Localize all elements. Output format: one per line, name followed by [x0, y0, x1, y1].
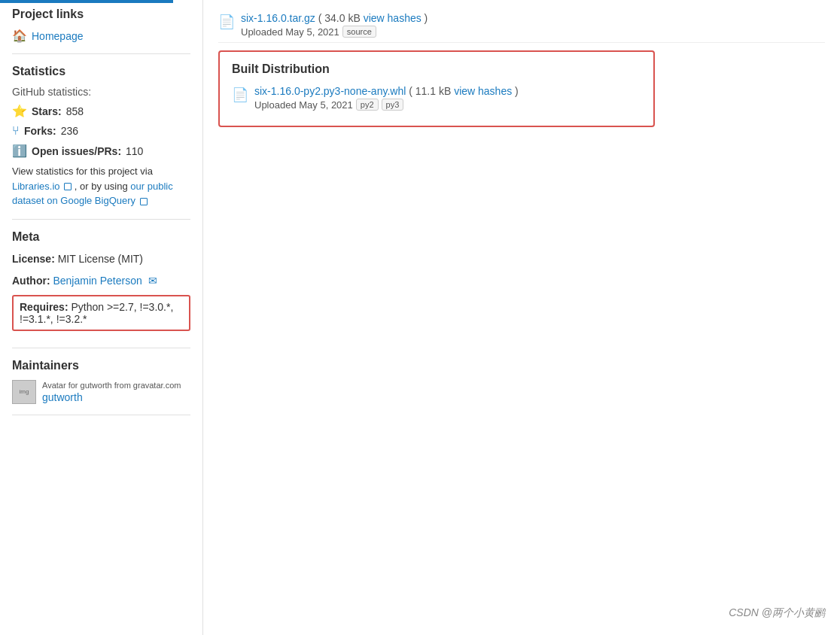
- maintainers-title: Maintainers: [12, 359, 190, 372]
- license-item: License: MIT License (MIT): [12, 251, 190, 267]
- prior-file-details: six-1.16.0.tar.gz ( 34.0 kB view hashes …: [241, 12, 825, 38]
- maintainers-section: Maintainers img Avatar for gutworth from…: [12, 359, 190, 404]
- built-distribution-box: Built Distribution 📄 six-1.16.0-py2.py3-…: [218, 50, 655, 127]
- divider-1: [12, 53, 190, 54]
- whl-file-details: six-1.16.0-py2.py3-none-any.whl ( 11.1 k…: [254, 85, 641, 111]
- project-links-section: Project links 🏠 Homepage: [12, 8, 190, 43]
- maintainer-info: Avatar for gutworth from gravatar.com: [42, 380, 181, 391]
- fork-icon: ⑂: [12, 124, 20, 138]
- prior-view-hashes-link[interactable]: view hashes: [364, 12, 425, 24]
- home-icon: 🏠: [12, 29, 27, 43]
- divider-2: [12, 219, 190, 220]
- maintainer-link[interactable]: gutworth: [42, 391, 83, 403]
- homepage-link[interactable]: 🏠 Homepage: [12, 29, 190, 43]
- prior-file-row: 📄 six-1.16.0.tar.gz ( 34.0 kB view hashe…: [218, 8, 825, 43]
- divider-3: [12, 348, 190, 348]
- libraries-io-link[interactable]: Libraries.io: [12, 181, 75, 192]
- project-links-title: Project links: [12, 8, 190, 21]
- avatar: img: [12, 380, 36, 404]
- email-icon: ✉: [148, 275, 157, 287]
- file-icon-prior: 📄: [218, 14, 235, 30]
- author-item: Author: Benjamin Peterson ✉: [12, 273, 190, 289]
- statistics-section: Statistics GitHub statistics: ⭐ Stars: 8…: [12, 65, 190, 208]
- view-hashes-link[interactable]: view hashes: [454, 85, 515, 97]
- forks-stat: ⑂ Forks: 236: [12, 124, 190, 138]
- maintainer-item: img Avatar for gutworth from gravatar.co…: [12, 380, 190, 404]
- whl-file-link[interactable]: six-1.16.0-py2.py3-none-any.whl: [254, 85, 409, 97]
- divider-4: [12, 415, 190, 415]
- py3-tag-badge: py3: [382, 99, 404, 111]
- sidebar: Project links 🏠 Homepage Statistics GitH…: [0, 0, 203, 635]
- meta-title: Meta: [12, 230, 190, 244]
- external-link-icon-1: [64, 183, 72, 190]
- watermark: CSDN @两个小黄鹂: [729, 606, 825, 620]
- author-link[interactable]: Benjamin Peterson: [53, 275, 145, 287]
- star-icon: ⭐: [12, 104, 27, 118]
- prior-upload-info: Uploaded May 5, 2021 source: [241, 26, 825, 38]
- file-icon-whl: 📄: [232, 87, 248, 103]
- stats-text-block: View statistics for this project via Lib…: [12, 164, 190, 208]
- whl-upload-info: Uploaded May 5, 2021 py2 py3: [254, 99, 641, 111]
- prior-tag-badge: source: [342, 26, 376, 38]
- info-icon: ℹ️: [12, 144, 27, 158]
- whl-file-row: 📄 six-1.16.0-py2.py3-none-any.whl ( 11.1…: [232, 85, 641, 111]
- py2-tag-badge: py2: [356, 99, 379, 111]
- external-link-icon-2: [140, 198, 148, 205]
- prior-file-link[interactable]: six-1.16.0.tar.gz: [241, 12, 318, 24]
- built-dist-title: Built Distribution: [232, 62, 641, 76]
- requires-box: Requires: Python >=2.7, !=3.0.*, !=3.1.*…: [12, 295, 190, 331]
- github-stats-label: GitHub statistics:: [12, 86, 190, 98]
- progress-bar: [0, 0, 173, 3]
- issues-stat: ℹ️ Open issues/PRs: 110: [12, 144, 190, 158]
- stars-stat: ⭐ Stars: 858: [12, 104, 190, 118]
- statistics-title: Statistics: [12, 65, 190, 78]
- main-content: 📄 six-1.16.0.tar.gz ( 34.0 kB view hashe…: [203, 0, 840, 635]
- meta-section: Meta License: MIT License (MIT) Author: …: [12, 230, 190, 337]
